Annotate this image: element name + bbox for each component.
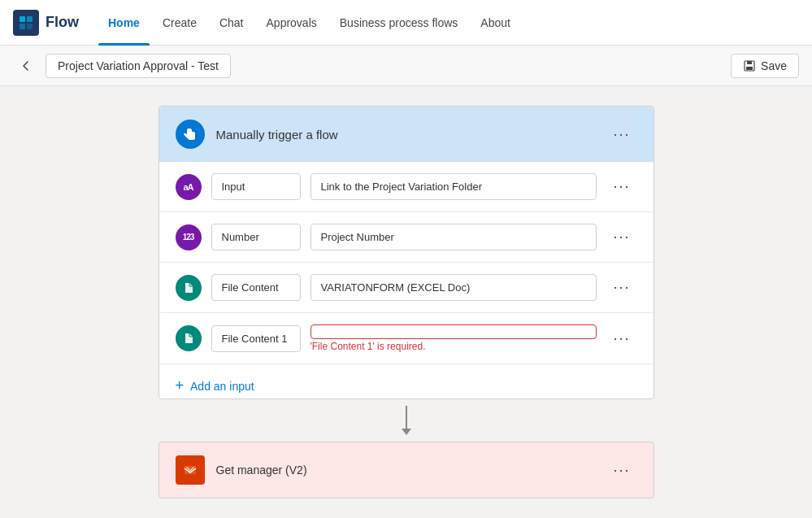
input-label-input: Input	[211, 173, 301, 200]
header: Flow Home Create Chat Approvals Business…	[0, 0, 812, 46]
nav-item-business-process-flows[interactable]: Business process flows	[330, 0, 468, 46]
manager-more-button[interactable]: ···	[606, 459, 636, 482]
input-value-file-content[interactable]: VARIATONFORM (EXCEL Doc)	[310, 274, 597, 301]
input-label-file-content-1: File Content 1	[211, 325, 301, 352]
input-row-file-content: File Content VARIATONFORM (EXCEL Doc) ··…	[159, 263, 654, 313]
input-icon-file	[176, 275, 202, 301]
svg-rect-3	[27, 24, 33, 29]
flow-arrow	[402, 399, 411, 442]
flow-card-title: Manually trigger a flow	[216, 128, 338, 141]
svg-rect-6	[746, 67, 753, 70]
flow-header-more-button[interactable]: ···	[606, 123, 636, 146]
input-value-input[interactable]: Link to the Project Variation Folder	[310, 173, 597, 200]
main-nav: Home Create Chat Approvals Business proc…	[98, 0, 520, 45]
manager-card-left: Get manager (V2)	[176, 455, 307, 485]
flow-trigger-card: Manually trigger a flow ··· aA Input Lin…	[158, 106, 654, 399]
svg-rect-0	[20, 16, 25, 22]
input-row-input: aA Input Link to the Project Variation F…	[159, 162, 654, 212]
nav-item-home[interactable]: Home	[98, 0, 150, 46]
nav-item-chat[interactable]: Chat	[210, 0, 254, 46]
breadcrumb-left: Project Variation Approval - Test	[13, 53, 231, 79]
input-value-file-content-1[interactable]	[310, 324, 597, 339]
input-error-text-file-1: 'File Content 1' is required.	[310, 341, 597, 352]
input-row-file-content-1: File Content 1 'File Content 1' is requi…	[159, 313, 654, 364]
nav-item-create[interactable]: Create	[153, 0, 206, 46]
flow-card-header-left: Manually trigger a flow	[176, 120, 338, 149]
breadcrumb-bar: Project Variation Approval - Test Save	[0, 46, 812, 86]
svg-rect-1	[27, 16, 33, 22]
svg-rect-2	[20, 24, 25, 29]
add-input-plus-icon: +	[176, 377, 185, 394]
input-label-file-content: File Content	[211, 274, 301, 301]
input-label-number: Number	[211, 224, 301, 250]
svg-rect-5	[747, 61, 752, 64]
input-more-button-3[interactable]: ···	[606, 327, 636, 350]
nav-item-approvals[interactable]: Approvals	[257, 0, 327, 46]
save-button[interactable]: Save	[731, 54, 799, 78]
input-value-col-file-1: 'File Content 1' is required.	[310, 324, 597, 352]
input-more-button-0[interactable]: ···	[606, 175, 636, 198]
arrow-line	[406, 406, 407, 429]
main-content: Manually trigger a flow ··· aA Input Lin…	[0, 86, 812, 518]
back-button[interactable]	[13, 53, 39, 79]
input-value-col-file: VARIATONFORM (EXCEL Doc)	[310, 274, 597, 301]
input-value-col-number: Project Number	[310, 224, 597, 250]
flow-card-header: Manually trigger a flow ···	[159, 107, 654, 162]
input-more-button-1[interactable]: ···	[606, 225, 636, 249]
input-value-col-input: Link to the Project Variation Folder	[310, 173, 597, 200]
input-row-number: 123 Number Project Number ···	[159, 212, 654, 263]
trigger-icon	[176, 120, 205, 149]
office-icon	[176, 455, 205, 485]
flow-logo-icon	[13, 10, 39, 36]
arrow-head	[402, 429, 411, 435]
input-icon-number: 123	[176, 224, 202, 250]
input-icon-text: aA	[176, 174, 202, 200]
save-label: Save	[761, 59, 787, 72]
logo-text: Flow	[46, 14, 79, 31]
add-input-row[interactable]: + Add an input	[159, 364, 654, 399]
manager-title: Get manager (V2)	[216, 464, 307, 477]
input-value-number[interactable]: Project Number	[310, 224, 597, 250]
manager-card[interactable]: Get manager (V2) ···	[158, 442, 654, 498]
nav-item-about[interactable]: About	[471, 0, 520, 46]
breadcrumb-title: Project Variation Approval - Test	[46, 54, 231, 78]
add-input-label: Add an input	[190, 380, 254, 393]
logo-area: Flow	[13, 10, 79, 36]
input-icon-file-1	[176, 325, 202, 351]
input-more-button-2[interactable]: ···	[606, 276, 636, 299]
